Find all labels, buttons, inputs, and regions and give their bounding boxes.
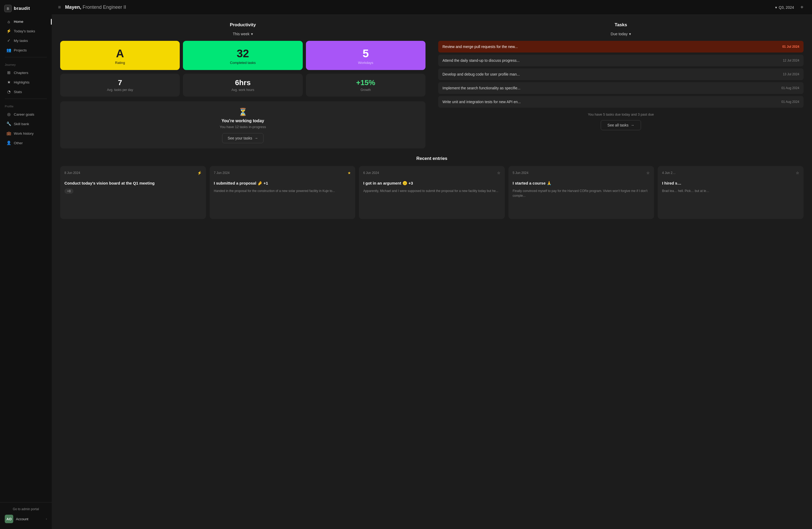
- entry-icon-2: ☆: [497, 171, 501, 175]
- entry-title-0: Conduct today's vision board at the Q1 m…: [64, 180, 202, 186]
- entry-card-1[interactable]: 7 Jun 2024 ★ I submitted a proposal 🤌 +1…: [210, 166, 356, 219]
- sidebar-divider-2: [5, 99, 47, 99]
- task-text-4: Write unit and integration tests for new…: [443, 100, 778, 104]
- sidebar-item-skill-bank[interactable]: 🔧 Skill bank: [2, 119, 50, 129]
- stat-mini-label-2: Growth: [361, 88, 371, 92]
- sidebar-item-projects[interactable]: 👥 Projects: [2, 45, 50, 55]
- working-today-icon: ⏳: [66, 108, 420, 116]
- stat-card-label-0: Rating: [115, 61, 125, 65]
- sidebar-item-todays-tasks[interactable]: ⚡ Today's tasks: [2, 26, 50, 36]
- stat-card-value-2: 5: [363, 48, 369, 59]
- stat-card-value-1: 32: [237, 48, 249, 59]
- entry-icon-0: ⚡: [197, 171, 202, 175]
- task-item-0[interactable]: Review and merge pull requests for the n…: [438, 41, 803, 53]
- sidebar-footer: Go to admin portal AO Account ›: [0, 502, 52, 529]
- menu-icon[interactable]: ≡: [58, 4, 61, 10]
- sidebar-icon-chapters: ⊞: [6, 70, 11, 75]
- sidebar-divider-1: [5, 57, 47, 57]
- see-all-label: See all tasks: [607, 123, 628, 127]
- entries-row: 8 Jun 2024 ⚡ Conduct today's vision boar…: [60, 166, 803, 219]
- logo-text: braudit: [14, 6, 30, 11]
- working-today-card: ⏳ You're working today You have 12 tasks…: [60, 101, 425, 148]
- sidebar-item-home[interactable]: ⌂ Home: [2, 17, 50, 26]
- sidebar-icon-stats: ◔: [6, 89, 11, 94]
- task-date-0: 01 Jul 2024: [782, 45, 799, 48]
- stat-card-2: 5 Workdays: [306, 41, 425, 70]
- logo-icon: B: [4, 5, 12, 12]
- user-name: Mayen,: [65, 4, 82, 10]
- stats-grid-bottom: 7 Avg. tasks per day 6hrs Avg. work hour…: [60, 74, 425, 97]
- journey-section-label: Journey: [0, 59, 52, 68]
- task-item-1[interactable]: Attend the daily stand-up to discuss pro…: [438, 55, 803, 66]
- sidebar-label-career-goals: Career goals: [14, 112, 34, 116]
- account-row[interactable]: AO Account ›: [3, 513, 49, 525]
- recent-section: Recent entries 8 Jun 2024 ⚡ Conduct toda…: [52, 148, 812, 227]
- task-item-3[interactable]: Implement the search functionality as sp…: [438, 82, 803, 94]
- productivity-filter-chevron: ▾: [251, 32, 253, 36]
- quarter-label: Q3, 2024: [779, 5, 794, 10]
- stat-mini-value-1: 6hrs: [235, 78, 250, 87]
- entry-card-2[interactable]: 6 Jun 2024 ☆ I got in an argument 😑 +3 A…: [359, 166, 505, 219]
- sidebar-item-career-goals[interactable]: ◎ Career goals: [2, 110, 50, 119]
- see-tasks-label: See your tasks: [228, 136, 252, 140]
- sidebar-item-chapters[interactable]: ⊞ Chapters: [2, 68, 50, 77]
- sidebar-label-projects: Projects: [14, 48, 27, 52]
- sidebar-icon-career-goals: ◎: [6, 112, 11, 117]
- sidebar-label-skill-bank: Skill bank: [14, 122, 29, 126]
- sidebar-icon-my-tasks: ✓: [6, 38, 11, 43]
- sidebar-label-highlights: Highlights: [14, 80, 29, 84]
- sidebar: B braudit ⌂ Home ⚡ Today's tasks ✓ My ta…: [0, 0, 52, 529]
- task-text-3: Implement the search functionality as sp…: [443, 86, 778, 90]
- sidebar-item-my-tasks[interactable]: ✓ My tasks: [2, 36, 50, 45]
- entry-icon-3: ☆: [646, 171, 650, 175]
- entry-date-2: 6 Jun 2024: [363, 171, 379, 175]
- stat-card-label-1: Completed tasks: [230, 61, 256, 65]
- entry-date-1: 7 Jun 2024: [214, 171, 230, 175]
- entry-header-1: 7 Jun 2024 ★: [214, 171, 351, 175]
- entry-card-3[interactable]: 5 Jun 2024 ☆ I started a course 🙏 Finall…: [508, 166, 654, 219]
- entry-body-2: Apparently, Michael and I were supposed …: [363, 188, 501, 193]
- quarter-selector[interactable]: ▾ Q3, 2024: [775, 5, 794, 10]
- account-avatar: AO: [5, 515, 13, 523]
- add-button[interactable]: +: [798, 4, 806, 11]
- stat-mini-0: 7 Avg. tasks per day: [60, 74, 180, 97]
- entry-date-0: 8 Jun 2024: [64, 171, 80, 175]
- admin-portal-link[interactable]: Go to admin portal: [3, 506, 49, 513]
- productivity-filter[interactable]: This week ▾: [60, 32, 425, 36]
- task-date-3: 01 Aug 2024: [782, 86, 799, 90]
- sidebar-label-my-tasks: My tasks: [14, 39, 28, 43]
- tasks-filter[interactable]: Due today ▾: [438, 32, 803, 36]
- stat-mini-label-0: Avg. tasks per day: [107, 88, 133, 92]
- two-col-layout: Productivity This week ▾ A Rating 32 Com…: [52, 15, 812, 148]
- productivity-filter-label: This week: [233, 32, 249, 36]
- task-text-0: Review and merge pull requests for the n…: [443, 45, 779, 49]
- entry-header-2: 6 Jun 2024 ☆: [363, 171, 501, 175]
- sidebar-label-todays-tasks: Today's tasks: [14, 29, 35, 33]
- account-arrow: ›: [46, 517, 47, 521]
- tasks-section: Tasks Due today ▾ Review and merge pull …: [432, 22, 803, 148]
- sidebar-item-other[interactable]: 👤 Other: [2, 138, 50, 148]
- sidebar-icon-highlights: ★: [6, 80, 11, 85]
- entry-card-4[interactable]: 4 Jun 2… ☆ I hired s… Brad lea… hell. Pi…: [658, 166, 803, 219]
- tasks-footer: You have 5 tasks due today and 3 past du…: [438, 112, 803, 130]
- user-role: Frontend Engineer II: [83, 4, 126, 10]
- entry-card-0[interactable]: 8 Jun 2024 ⚡ Conduct today's vision boar…: [60, 166, 206, 219]
- sidebar-label-other: Other: [14, 141, 23, 145]
- sidebar-icon-home: ⌂: [6, 19, 11, 24]
- entry-body-4: Brad lea… hell. Pick… but at le…: [662, 188, 799, 193]
- logo-area[interactable]: B braudit: [0, 0, 52, 16]
- sidebar-item-work-history[interactable]: 💼 Work history: [2, 129, 50, 138]
- task-list: Review and merge pull requests for the n…: [438, 41, 803, 108]
- working-today-sub: You have 12 tasks in-progress: [66, 125, 420, 129]
- see-all-tasks-button[interactable]: See all tasks →: [601, 120, 641, 130]
- see-tasks-button[interactable]: See your tasks →: [222, 133, 264, 143]
- sidebar-item-stats[interactable]: ◔ Stats: [2, 87, 50, 97]
- stat-card-1: 32 Completed tasks: [183, 41, 303, 70]
- task-item-4[interactable]: Write unit and integration tests for new…: [438, 96, 803, 108]
- sidebar-icon-todays-tasks: ⚡: [6, 29, 11, 33]
- task-item-2[interactable]: Develop and debug code for user profile …: [438, 68, 803, 80]
- quarter-chevron: ▾: [775, 5, 777, 10]
- entry-header-4: 4 Jun 2… ☆: [662, 171, 799, 175]
- sidebar-item-highlights[interactable]: ★ Highlights: [2, 77, 50, 87]
- topbar-title: Mayen, Frontend Engineer II: [65, 4, 771, 10]
